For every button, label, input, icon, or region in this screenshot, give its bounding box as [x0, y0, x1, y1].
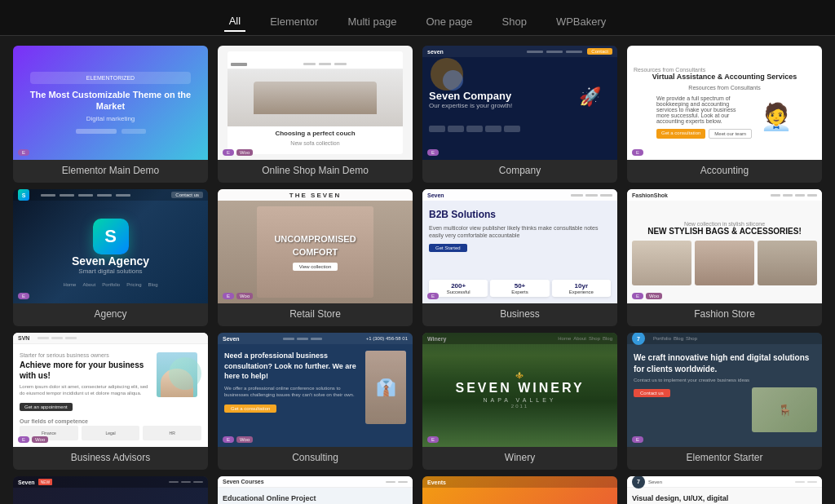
retail-brand: THE SEVEN — [218, 189, 413, 201]
thumb-accounting: Resources from Consultants Virtual Assis… — [627, 46, 822, 160]
fashion-e-badge: E — [632, 293, 643, 299]
sofa-image — [228, 69, 403, 126]
card-online-shop[interactable]: Choosing a perfect couch New sofa collec… — [218, 46, 413, 183]
bottom2-title: Educational Online Project — [223, 494, 408, 502]
consulting-desc: We offer a professional online conferenc… — [224, 385, 360, 399]
retail-model-bg: UNCOMPROMISED COMFORT View collection — [218, 189, 413, 303]
card-fashion[interactable]: FashionShok New collection in stylish si… — [627, 189, 822, 326]
shop-badges: E Woo — [223, 149, 253, 156]
consulting-title: Need a professional business consultatio… — [224, 351, 360, 382]
company-cta: Contact — [587, 48, 612, 55]
card-company[interactable]: seven Contact 🚀 Seven Company Our expert… — [422, 46, 617, 183]
accounting-btn1: Get a consultation — [656, 129, 705, 139]
winery-year: 2011 — [511, 404, 528, 409]
nav-elementor[interactable]: Elementor — [265, 12, 323, 31]
card-label-consulting: Consulting — [218, 447, 413, 470]
card-label-business: Business — [422, 303, 617, 326]
card-label-fashion: Fashion Store — [627, 303, 822, 326]
advisors-badges: E Woo — [18, 436, 48, 443]
card-label-retail: Retail Store — [218, 303, 413, 326]
starter-sub: Contact us to implement your creative bu… — [634, 378, 815, 382]
shop-sub: New sofa collection — [290, 140, 339, 146]
agency-contact-btn: Contact us — [171, 192, 203, 198]
card-elementor-main[interactable]: ELEMENTORIZED The Most Customizable Them… — [13, 46, 208, 183]
company-badges: E — [427, 149, 439, 156]
bottom3-nav: Events — [422, 476, 617, 488]
card-winery[interactable]: Winery Home About Shop Blog ⚜️ SEVEN WIN… — [422, 333, 617, 470]
consulting-woo-badge: Woo — [236, 436, 253, 443]
retail-woo-badge: Woo — [236, 293, 253, 299]
card-label-advisors: Business Advisors — [13, 447, 208, 470]
retail-btn: View collection — [293, 263, 338, 271]
card-agency[interactable]: S Contact us S Seven Agency Smart digita… — [13, 189, 208, 326]
consulting-person-wrap: 👔 — [365, 351, 406, 424]
nav-wpbakery[interactable]: WPBakery — [551, 12, 611, 31]
fashion-tagline: New collection in stylish silicone — [684, 221, 765, 227]
advisors-desc: Lorem ipsum dolor sit amet, consectetur … — [20, 383, 152, 397]
card-label-accounting: Accounting — [627, 160, 822, 183]
company-title: Seven Company — [429, 90, 511, 102]
shop-nav-bar — [228, 60, 403, 69]
thumb-online-shop: Choosing a perfect couch New sofa collec… — [218, 46, 413, 160]
bottom1-nav: Seven NEW — [13, 476, 208, 488]
advisors-competence-title: Our fields of competence — [20, 418, 201, 424]
elementor-badges: E — [18, 149, 29, 156]
card-label-starter: Elementor Starter — [627, 447, 822, 470]
retail-model-sim: UNCOMPROMISED COMFORT View collection — [257, 206, 373, 298]
thumb-consulting: Seven +1 (300) 456-58 01 Need a professi… — [218, 333, 413, 447]
business-stats-row: 200+ Successful 50+ Experts 10yr Experie… — [429, 280, 611, 297]
elementor-main-sub: Digital marketing — [86, 115, 135, 122]
card-bottom3[interactable]: Events Online events by dJIP & Agency 🎵 — [422, 476, 617, 504]
winery-badges: E — [427, 436, 439, 443]
card-label-winery: Winery — [422, 447, 617, 470]
online-shop-inner: Choosing a perfect couch New sofa collec… — [228, 51, 403, 154]
advisors-e-badge: E — [18, 436, 29, 443]
top-nav-bar: All Elementor Multi page One page Shop W… — [0, 0, 835, 36]
card-bottom4[interactable]: 7 Seven Visual design, UI/UX, digital Fi… — [627, 476, 822, 504]
thumb-advisors: SVN Starter for serious business owners … — [13, 333, 208, 447]
card-bottom2[interactable]: Seven Courses Educational Online Project… — [218, 476, 413, 504]
card-bottom1[interactable]: Seven NEW 7 — [13, 476, 208, 504]
grid-row-4: Seven NEW 7 Seven Courses — [13, 476, 822, 504]
consulting-btn: Get a consultation — [224, 405, 276, 413]
starter-title: We craft innovative high end digital sol… — [634, 352, 815, 375]
card-consulting[interactable]: Seven +1 (300) 456-58 01 Need a professi… — [218, 333, 413, 470]
company-partner-logos — [429, 126, 520, 132]
card-accounting[interactable]: Resources from Consultants Virtual Assis… — [627, 46, 822, 183]
thumb-bottom3: Events Online events by dJIP & Agency 🎵 — [422, 476, 617, 504]
company-e-badge: E — [427, 149, 439, 156]
thumb-bottom1: Seven NEW 7 — [13, 476, 208, 504]
thumb-bottom2: Seven Courses Educational Online Project… — [218, 476, 413, 504]
business-desc: Even multicolor view publisher likely th… — [429, 224, 611, 241]
thumb-fashion: FashionShok New collection in stylish si… — [627, 189, 822, 303]
nav-onepage[interactable]: One page — [421, 12, 477, 31]
elementor-main-title: The Most Customizable Theme on the Marke… — [21, 89, 200, 113]
fashion-woo-badge: Woo — [646, 293, 662, 299]
advisors-title: Achieve more for your business with us! — [20, 360, 152, 381]
thumb-company: seven Contact 🚀 Seven Company Our expert… — [422, 46, 617, 160]
thumb-starter: 7 Portfolio Blog Shop We craft innovativ… — [627, 333, 822, 447]
company-nav: seven Contact — [422, 46, 617, 57]
winery-sub: NAPA VALLEY — [483, 397, 556, 403]
winery-overlay: ⚜️ SEVEN WINERY NAPA VALLEY 2011 — [422, 333, 617, 447]
nav-multipage[interactable]: Multi page — [342, 12, 401, 31]
agency-bottom-nav: Home About Portfolio Pricing Blog — [13, 282, 208, 287]
agency-icon: S — [93, 219, 129, 254]
demo-grid: ELEMENTORIZED The Most Customizable Them… — [0, 46, 835, 504]
advisors-tagline: Starter for serious business owners — [20, 352, 152, 358]
business-e-badge: E — [427, 293, 439, 299]
fashion-title: NEW STYLISH BAGS & ACCESSORIES! — [647, 227, 802, 236]
card-business[interactable]: Seven B2B Solutions Even multicolor view… — [422, 189, 617, 326]
thumb-retail: THE SEVEN UNCOMPROMISED COMFORT View col… — [218, 189, 413, 303]
nav-all[interactable]: All — [224, 11, 245, 32]
card-starter[interactable]: 7 Portfolio Blog Shop We craft innovativ… — [627, 333, 822, 470]
retail-text: UNCOMPROMISED COMFORT — [257, 233, 373, 259]
advisors-btn: Get an appointment — [20, 403, 73, 411]
bottom4-nav: 7 Seven — [627, 476, 822, 488]
card-retail[interactable]: THE SEVEN UNCOMPROMISED COMFORT View col… — [218, 189, 413, 326]
card-advisors[interactable]: SVN Starter for serious business owners … — [13, 333, 208, 470]
consulting-body: Need a professional business consultatio… — [224, 351, 406, 424]
bottom2-nav: Seven Courses — [218, 476, 413, 488]
nav-shop[interactable]: Shop — [497, 12, 532, 31]
business-btn: Get Started — [429, 244, 467, 252]
